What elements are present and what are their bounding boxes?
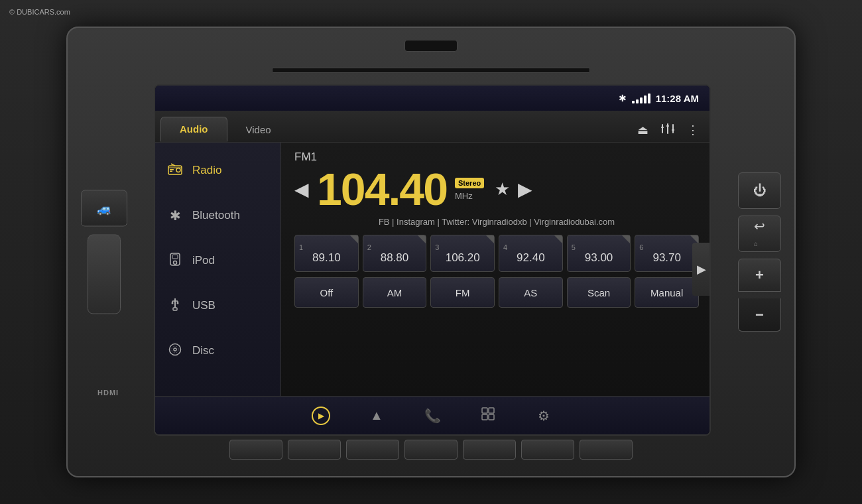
sidebar: Radio ✱ Bluetooth: [155, 143, 281, 396]
signal-strength: [632, 94, 650, 103]
nav-phone-button[interactable]: 📞: [420, 404, 444, 428]
freq-prev-button[interactable]: ◀: [294, 178, 309, 200]
control-button-am[interactable]: AM: [363, 277, 427, 308]
status-bar: ✱ 11:28 AM: [155, 86, 709, 111]
sidebar-radio-label: Radio: [192, 164, 221, 177]
phone-icon: 📞: [424, 408, 441, 424]
tab-bar: Audio Video ⏏: [155, 111, 709, 143]
ipod-icon: [167, 253, 183, 269]
hw-button-4[interactable]: [404, 440, 458, 460]
nav-play-button[interactable]: ▶: [309, 404, 333, 428]
back-button[interactable]: ↩⌂: [738, 216, 781, 252]
stereo-badge: Stereo: [455, 178, 484, 188]
sidebar-usb-label: USB: [192, 299, 216, 312]
preset-button-4[interactable]: 4 92.40: [499, 235, 563, 272]
watermark: © DUBICARS.com: [9, 8, 70, 16]
sidebar-item-usb[interactable]: USB: [155, 283, 280, 328]
right-scroll-panel[interactable]: ▶: [692, 243, 711, 296]
presets-row: 1 89.10 2 88.80 3 106.20 4 92.40 5 93.00…: [294, 235, 699, 272]
control-button-manual[interactable]: Manual: [635, 277, 699, 308]
signal-bar-5: [648, 94, 650, 103]
svg-point-21: [177, 302, 179, 304]
hw-button-2[interactable]: [288, 440, 341, 460]
right-panel: ⏻ ↩⌂ + −: [738, 172, 781, 332]
signal-bar-2: [636, 99, 639, 103]
control-button-as[interactable]: AS: [499, 277, 563, 308]
frequency-display: 104.40: [317, 166, 447, 212]
car-status-button[interactable]: 🚙: [81, 190, 127, 227]
cd-slot: [272, 68, 590, 73]
sidebar-disc-label: Disc: [192, 344, 214, 357]
svg-rect-12: [170, 253, 180, 265]
svg-rect-13: [172, 255, 178, 259]
tab-video[interactable]: Video: [227, 117, 290, 142]
usb-icon: [167, 297, 183, 315]
hw-button-6[interactable]: [521, 440, 574, 460]
clock: 11:28 AM: [656, 93, 699, 104]
sidebar-bluetooth-label: Bluetooth: [192, 209, 240, 222]
left-rocker-control[interactable]: [88, 235, 121, 314]
power-button[interactable]: ⏻: [738, 172, 781, 209]
mhz-label: MHz: [455, 191, 484, 201]
bottom-hardware-buttons: [229, 440, 633, 460]
car-unit: © DUBICARS.com 🚙 ⏻ ↩⌂ + − HDMI: [0, 0, 862, 504]
radio-icon: [167, 163, 183, 178]
preset-button-1[interactable]: 1 89.10: [294, 235, 359, 272]
hw-button-5[interactable]: [463, 440, 516, 460]
frequency-row: ◀ 104.40 Stereo MHz ★ ▶: [294, 166, 699, 212]
svg-rect-11: [170, 170, 172, 172]
svg-point-22: [170, 344, 181, 355]
hw-button-3[interactable]: [346, 440, 399, 460]
volume-down-button[interactable]: −: [738, 298, 781, 332]
svg-rect-0: [662, 124, 663, 133]
preset-button-6[interactable]: 6 93.70: [635, 235, 699, 272]
eq-icon[interactable]: [660, 122, 675, 138]
power-icon: ⏻: [753, 183, 767, 198]
settings-icon: ⚙: [538, 408, 550, 424]
svg-point-24: [172, 346, 178, 353]
svg-point-20: [172, 302, 174, 304]
sidebar-item-radio[interactable]: Radio: [155, 148, 280, 193]
menu-icon[interactable]: ⋮: [687, 123, 699, 137]
disc-icon: [167, 343, 183, 359]
nav-map-button[interactable]: ▲: [365, 404, 389, 428]
svg-rect-4: [672, 124, 674, 133]
svg-rect-1: [661, 127, 664, 128]
preset-button-3[interactable]: 3 106.20: [430, 235, 495, 272]
play-icon: ▶: [318, 411, 324, 420]
tab-audio[interactable]: Audio: [160, 117, 227, 142]
apps-icon: [481, 407, 495, 424]
radio-content: FM1 ◀ 104.40 Stereo MHz ★ ▶ FB | Instagr…: [281, 143, 709, 396]
preset-button-5[interactable]: 5 93.00: [567, 235, 631, 272]
svg-rect-27: [482, 414, 487, 420]
signal-bar-3: [640, 97, 643, 103]
tab-icons-right: ⏏ ⋮: [637, 122, 704, 142]
car-icon: 🚙: [97, 201, 111, 216]
eject-icon[interactable]: ⏏: [637, 123, 648, 137]
minus-icon: −: [755, 306, 764, 324]
sidebar-item-bluetooth[interactable]: ✱ Bluetooth: [155, 193, 280, 238]
favorite-button[interactable]: ★: [495, 179, 510, 200]
sidebar-item-disc[interactable]: Disc: [155, 328, 280, 373]
nav-apps-button[interactable]: [476, 404, 500, 428]
signal-bar-4: [644, 95, 646, 103]
control-button-off[interactable]: Off: [294, 277, 359, 308]
control-button-scan[interactable]: Scan: [567, 277, 631, 308]
content-area: Radio ✱ Bluetooth: [155, 143, 709, 396]
bluetooth-icon: ✱: [167, 208, 183, 223]
hw-button-1[interactable]: [229, 440, 282, 460]
control-button-fm[interactable]: FM: [430, 277, 495, 308]
nav-settings-button[interactable]: ⚙: [532, 404, 556, 428]
freq-next-button[interactable]: ▶: [518, 178, 532, 200]
freq-badges: Stereo MHz: [455, 178, 484, 201]
volume-up-button[interactable]: +: [738, 259, 781, 292]
sidebar-item-ipod[interactable]: iPod: [155, 238, 280, 283]
signal-bar-1: [632, 101, 635, 103]
hdmi-label: HDMI: [97, 389, 119, 397]
hw-button-7[interactable]: [580, 440, 633, 460]
svg-rect-19: [173, 308, 177, 310]
svg-point-23: [174, 348, 176, 351]
svg-rect-3: [666, 125, 669, 127]
preset-button-2[interactable]: 2 88.80: [363, 235, 427, 272]
svg-rect-26: [489, 408, 494, 413]
